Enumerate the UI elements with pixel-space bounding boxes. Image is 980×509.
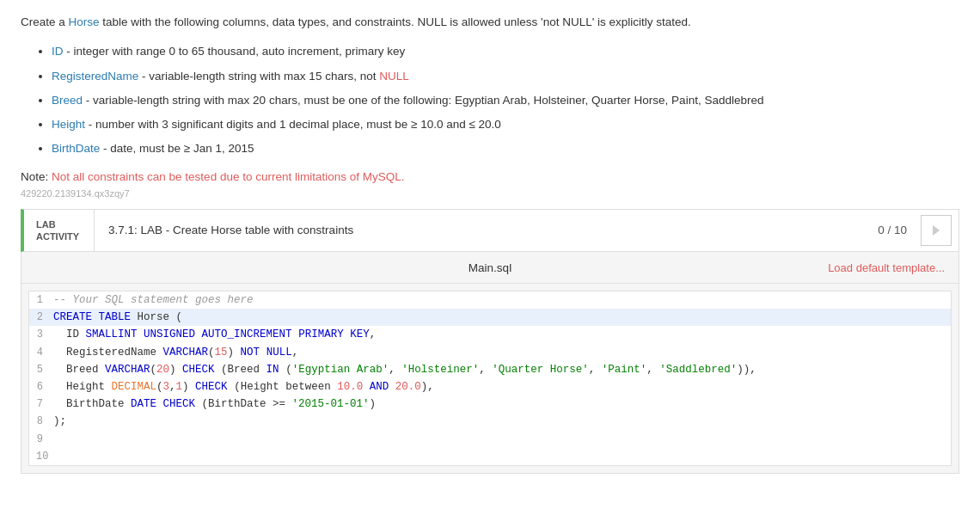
column-desc-height: - number with 3 significant digits and 1… (85, 118, 501, 131)
code-line-8: 8 ); (29, 413, 951, 430)
list-item: BirthDate - date, must be ≥ Jan 1, 2015 (52, 140, 959, 157)
lab-label: LAB ACTIVITY (24, 210, 95, 252)
line-number: 6 (29, 378, 53, 396)
null-keyword: NULL (379, 70, 409, 83)
line-number: 3 (29, 326, 53, 343)
id-tag: 429220.2139134.qx3zqy7 (21, 188, 959, 199)
column-desc-registeredname: - variable-length string with max 15 cha… (138, 70, 379, 83)
column-name-breed: Breed (52, 94, 83, 107)
line-number: 4 (29, 344, 53, 361)
main-content: Create a Horse table with the following … (0, 0, 980, 474)
code-line-7: 7 BirthDate DATE CHECK (BirthDate >= '20… (29, 396, 951, 413)
line-content: ); (53, 413, 73, 430)
column-desc-id: - integer with range 0 to 65 thousand, a… (64, 45, 406, 58)
line-content: Breed VARCHAR(20) CHECK (Breed IN ('Egyp… (53, 361, 763, 378)
line-content: RegisteredName VARCHAR(15) NOT NULL, (53, 344, 305, 361)
line-content: CREATE TABLE Horse ( (53, 309, 189, 326)
code-line-6: 6 Height DECIMAL(3,1) CHECK (Height betw… (29, 378, 951, 396)
code-line-2: 2 CREATE TABLE Horse ( (29, 309, 951, 326)
list-item: ID - integer with range 0 to 65 thousand… (52, 43, 959, 60)
line-content: Height DECIMAL(3,1) CHECK (Height betwee… (53, 378, 441, 396)
line-number: 5 (29, 361, 53, 378)
code-line-3: 3 ID SMALLINT UNSIGNED AUTO_INCREMENT PR… (29, 326, 951, 343)
list-item: RegisteredName - variable-length string … (52, 68, 959, 85)
code-filename: Main.sql (339, 261, 642, 274)
column-name-height: Height (52, 118, 85, 131)
note-section: Note: Not all constraints can be tested … (21, 170, 959, 183)
line-number: 9 (29, 431, 53, 448)
load-template-button[interactable]: Load default template... (828, 261, 945, 274)
column-name-id: ID (52, 45, 64, 58)
code-panel: Main.sql Load default template... 1 -- Y… (21, 252, 959, 474)
line-content: ID SMALLINT UNSIGNED AUTO_INCREMENT PRIM… (53, 326, 383, 343)
line-content: BirthDate DATE CHECK (BirthDate >= '2015… (53, 396, 383, 413)
note-label: Note: (21, 170, 48, 183)
intro-paragraph: Create a Horse table with the following … (21, 14, 959, 31)
column-name-registeredname: RegisteredName (52, 70, 138, 83)
table-name-highlight: Horse (69, 15, 100, 28)
lab-title: 3.7.1: LAB - Create Horse table with con… (95, 215, 864, 245)
code-editor[interactable]: 1 -- Your SQL statement goes here 2 CREA… (28, 291, 952, 466)
line-content: -- Your SQL statement goes here (53, 291, 260, 309)
code-line-5: 5 Breed VARCHAR(20) CHECK (Breed IN ('Eg… (29, 361, 951, 378)
line-number: 10 (29, 448, 58, 465)
code-header: Main.sql Load default template... (21, 252, 959, 284)
code-line-4: 4 RegisteredName VARCHAR(15) NOT NULL, (29, 344, 951, 361)
lab-activity-bar: LAB ACTIVITY 3.7.1: LAB - Create Horse t… (21, 209, 959, 253)
line-number: 1 (29, 291, 53, 309)
code-line-empty-1: 9 (29, 431, 951, 448)
line-number: 8 (29, 413, 53, 430)
lab-flag-button[interactable] (921, 215, 952, 246)
line-number: 7 (29, 396, 53, 413)
column-list: ID - integer with range 0 to 65 thousand… (21, 43, 959, 157)
lab-score: 0 / 10 (864, 215, 921, 245)
column-desc-breed: - variable-length string with max 20 cha… (83, 94, 763, 107)
line-number: 2 (29, 309, 53, 326)
list-item: Breed - variable-length string with max … (52, 92, 959, 109)
column-name-birthdate: BirthDate (52, 142, 100, 155)
code-line-1: 1 -- Your SQL statement goes here (29, 291, 951, 309)
code-line-empty-2: 10 (29, 448, 951, 465)
list-item: Height - number with 3 significant digit… (52, 116, 959, 133)
column-desc-birthdate: - date, must be ≥ Jan 1, 2015 (100, 142, 254, 155)
note-text: Not all constraints can be tested due to… (48, 170, 404, 183)
